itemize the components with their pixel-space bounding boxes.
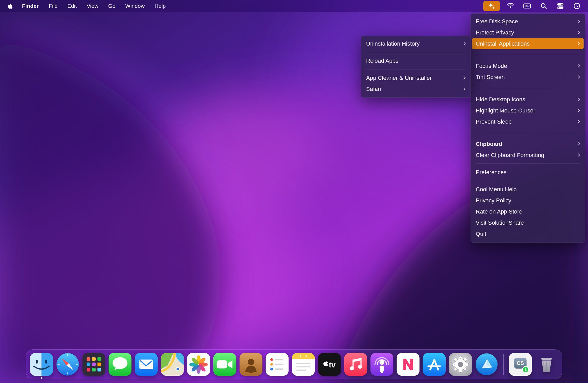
launchpad-icon xyxy=(82,352,106,376)
menu-item-focus-mode[interactable]: Focus Mode › xyxy=(472,60,584,72)
menubar-item-file[interactable]: File xyxy=(44,3,62,9)
menu-item-cool-menu-help[interactable]: Cool Menu Help xyxy=(472,184,584,195)
keyboard-icon[interactable] xyxy=(521,1,533,11)
menu-item-label: Quit xyxy=(476,231,580,237)
dock-item-photos[interactable] xyxy=(187,352,211,376)
safari-icon xyxy=(56,352,80,376)
submenu-item-safari[interactable]: Safari › xyxy=(362,83,469,95)
menu-item-clipboard[interactable]: Clipboard › xyxy=(472,138,584,150)
dock-item-finder[interactable] xyxy=(30,352,53,376)
clock-face-icon xyxy=(573,2,580,10)
chevron-right-icon: › xyxy=(577,18,580,24)
menu-item-protect-privacy[interactable]: Protect Privacy › xyxy=(472,27,584,38)
dock-item-macos-installer[interactable]: OS ↓ xyxy=(508,352,532,376)
menu-bar: Finder File Edit View Go Window Help xyxy=(0,0,588,12)
maps-icon xyxy=(160,352,184,376)
chevron-right-icon: › xyxy=(463,74,466,81)
dock-item-messages[interactable] xyxy=(108,352,132,376)
notes-icon xyxy=(291,352,315,376)
app-dropdown-menu: Free Disk Space › Protect Privacy › Unin… xyxy=(471,13,585,243)
menu-item-free-disk-space[interactable]: Free Disk Space › xyxy=(472,16,584,27)
menu-separator xyxy=(366,69,466,69)
apple-tv-icon: tv xyxy=(318,352,341,376)
dock-item-news[interactable] xyxy=(396,352,420,376)
photos-icon xyxy=(187,352,211,376)
chevron-right-icon: › xyxy=(577,62,580,69)
menubar-app-name[interactable]: Finder xyxy=(17,3,44,9)
clock-icon[interactable] xyxy=(571,1,583,11)
dock-separator xyxy=(503,354,504,375)
chevron-right-icon: › xyxy=(577,118,580,124)
messages-icon xyxy=(108,352,132,376)
menu-item-label: App Cleaner & Uninstaller xyxy=(366,75,459,81)
toggles-icon xyxy=(556,2,564,10)
dock-item-music[interactable] xyxy=(344,352,368,376)
menu-item-clear-clipboard-formatting[interactable]: Clear Clipboard Formatting › xyxy=(472,150,584,161)
menu-item-uninstall-applications[interactable]: Uninstall Applications › xyxy=(472,38,584,49)
dock-item-podcasts[interactable] xyxy=(370,352,394,376)
menu-separator xyxy=(476,88,580,88)
app-cleaner-menu-icon[interactable] xyxy=(483,1,500,11)
magnifier-icon xyxy=(540,2,547,10)
dock-item-reminders[interactable] xyxy=(265,352,289,376)
menu-item-label: Preferences xyxy=(476,169,580,176)
menu-item-label: Protect Privacy xyxy=(476,29,574,36)
dock: tv xyxy=(26,349,562,379)
os-label: OS xyxy=(517,360,524,366)
menu-item-label: Hide Desktop Icons xyxy=(476,96,574,103)
dock-item-notes[interactable] xyxy=(291,352,315,376)
dock-item-mail[interactable] xyxy=(134,352,158,376)
mail-icon xyxy=(134,352,158,376)
menu-item-visit-solutionshare[interactable]: Visit SolutionShare xyxy=(472,217,584,228)
signal-icon[interactable] xyxy=(505,1,516,11)
menu-item-quit[interactable]: Quit xyxy=(472,228,584,239)
keyboard-glyph-icon xyxy=(523,2,531,10)
menubar-item-help[interactable]: Help xyxy=(150,3,171,9)
menu-item-tint-screen[interactable]: Tint Screen › xyxy=(472,72,584,83)
menubar-item-view[interactable]: View xyxy=(82,3,103,9)
menu-item-label: Focus Mode xyxy=(476,63,574,69)
uninstall-submenu: Uninstallation History › Reload Apps App… xyxy=(361,36,471,98)
dock-item-maps[interactable] xyxy=(160,352,184,376)
chevron-right-icon: › xyxy=(577,140,580,147)
submenu-item-reload-apps[interactable]: Reload Apps xyxy=(362,55,469,66)
chevron-right-icon: › xyxy=(577,96,580,102)
menu-item-label: Uninstall Applications xyxy=(476,40,574,47)
dock-item-appletv[interactable]: tv xyxy=(318,352,341,376)
menu-item-label: Free Disk Space xyxy=(476,18,574,25)
menu-item-hide-desktop-icons[interactable]: Hide Desktop Icons › xyxy=(472,94,584,105)
control-center-icon[interactable] xyxy=(554,1,566,11)
chevron-right-icon: › xyxy=(577,107,580,113)
search-icon[interactable] xyxy=(538,1,550,11)
menu-item-prevent-sleep[interactable]: Prevent Sleep › xyxy=(472,116,584,127)
menu-item-label: Highlight Mouse Cursor xyxy=(476,107,574,114)
dock-item-contacts[interactable] xyxy=(239,352,263,376)
apple-menu[interactable] xyxy=(7,3,17,9)
dock-item-settings[interactable] xyxy=(449,352,472,376)
dock-item-app-cleaner[interactable] xyxy=(475,352,499,376)
dock-item-facetime[interactable] xyxy=(213,352,237,376)
macos-installer-icon: OS ↓ xyxy=(508,352,532,376)
app-store-icon xyxy=(422,352,446,376)
menu-item-label: Uninstallation History xyxy=(366,40,459,47)
sparkle-wand-icon xyxy=(488,2,495,10)
menu-item-rate-on-app-store[interactable]: Rate on App Store xyxy=(472,206,584,217)
menubar-item-go[interactable]: Go xyxy=(103,3,120,9)
menu-separator xyxy=(476,164,580,164)
dock-item-trash[interactable] xyxy=(535,352,558,376)
music-icon xyxy=(344,352,368,376)
menu-separator xyxy=(476,55,580,55)
chevron-right-icon: › xyxy=(463,40,466,46)
dock-item-launchpad[interactable] xyxy=(82,352,106,376)
menubar-item-window[interactable]: Window xyxy=(120,3,150,9)
menu-item-preferences[interactable]: Preferences xyxy=(472,167,584,178)
menu-bar-left: Finder File Edit View Go Window Help xyxy=(7,3,171,9)
dock-item-safari[interactable] xyxy=(56,352,80,376)
submenu-item-app-cleaner-uninstaller[interactable]: App Cleaner & Uninstaller › xyxy=(362,72,469,83)
menu-item-highlight-mouse-cursor[interactable]: Highlight Mouse Cursor › xyxy=(472,105,584,116)
dock-item-appstore[interactable] xyxy=(422,352,446,376)
trash-icon xyxy=(535,352,558,376)
menubar-item-edit[interactable]: Edit xyxy=(62,3,82,9)
submenu-item-uninstallation-history[interactable]: Uninstallation History › xyxy=(362,38,469,49)
menu-item-privacy-policy[interactable]: Privacy Policy xyxy=(472,195,584,206)
